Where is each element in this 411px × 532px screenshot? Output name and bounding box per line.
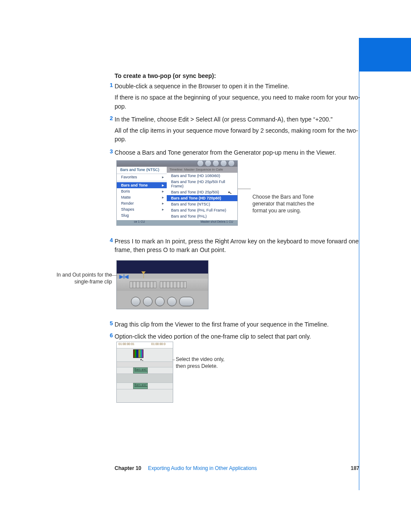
section-tab-label: I bbox=[353, 57, 356, 67]
prev-frame-button[interactable] bbox=[143, 297, 153, 306]
step-text: Drag this clip from the Viewer to the fi… bbox=[115, 320, 364, 329]
step-number: 6 bbox=[107, 332, 113, 339]
transport-button[interactable] bbox=[197, 160, 204, 167]
video-clip[interactable] bbox=[133, 349, 143, 358]
timeline-ruler: 01:00:00:01 01:00:00:0 bbox=[117, 342, 173, 348]
viewer-controls bbox=[117, 297, 208, 306]
callout-leader-line bbox=[111, 275, 117, 276]
mark-in-button[interactable] bbox=[131, 297, 140, 306]
step-6: 6 Option-click the video portion of the … bbox=[115, 332, 364, 341]
menu-item-render[interactable]: Render▸ bbox=[117, 200, 167, 206]
transport-button[interactable] bbox=[220, 160, 227, 167]
callout-select-video: Select the video only, then press Delete… bbox=[176, 356, 245, 370]
callout-line1: Select the video only, bbox=[176, 356, 224, 362]
callout-line2: then press Delete. bbox=[176, 363, 218, 369]
callout-in-out: In and Out points for the single-frame c… bbox=[54, 271, 112, 285]
viewer-canvas bbox=[117, 261, 208, 274]
chevron-right-icon: ▸ bbox=[162, 201, 164, 205]
submenu-item[interactable]: Bars and Tone (HD 25p/50i) bbox=[167, 189, 237, 195]
step-number: 5 bbox=[107, 320, 113, 327]
step-text: Choose a Bars and Tone generator from th… bbox=[115, 148, 364, 157]
spacer-track bbox=[117, 373, 173, 383]
menu-item-shapes[interactable]: Shapes▸ bbox=[117, 206, 167, 212]
transport-button[interactable] bbox=[205, 160, 212, 167]
page-footer: Chapter 10 Exporting Audio for Mixing in… bbox=[0, 465, 411, 471]
menu-item-matte[interactable]: Matte▸ bbox=[117, 194, 167, 200]
audio-track-1[interactable]: Bars and To bbox=[117, 367, 173, 373]
callout-generator: Choose the Bars and Tone generator that … bbox=[252, 193, 321, 215]
playhead-icon[interactable] bbox=[143, 274, 144, 278]
audio-track-2[interactable]: Bars and To bbox=[117, 383, 173, 389]
submenu-item[interactable]: Bars and Tone (HD 25p/50i Full Frame) bbox=[167, 179, 237, 189]
spacer-track bbox=[117, 361, 173, 367]
chevron-right-icon: ▸ bbox=[162, 175, 164, 179]
mark-clip-button[interactable] bbox=[179, 297, 194, 306]
chevron-right-icon: ▸ bbox=[162, 195, 164, 199]
ruler-segment bbox=[130, 281, 156, 288]
viewer-ruler bbox=[117, 279, 208, 291]
video-track[interactable] bbox=[117, 348, 173, 361]
screenshot-timeline-tracks: 01:00:00:01 01:00:00:0 ↖ Bars and To Bar… bbox=[116, 342, 173, 403]
step-3: 3 Choose a Bars and Tone generator from … bbox=[115, 148, 364, 157]
callout-leader-line bbox=[238, 189, 251, 189]
ruler-segment bbox=[160, 281, 187, 288]
audio-clip[interactable]: Bars and To bbox=[133, 383, 148, 389]
step-text: Option-click the video portion of the on… bbox=[115, 332, 364, 341]
chapter-label: Chapter 10 bbox=[115, 465, 141, 471]
play-button[interactable] bbox=[155, 297, 165, 306]
generator-submenu: Bars and Tone (HD 1080i60) Bars and Tone… bbox=[167, 173, 237, 220]
body-content-3: 5 Drag this clip from the Viewer to the … bbox=[115, 317, 364, 341]
next-frame-button[interactable] bbox=[167, 297, 177, 306]
step-text: Double-click a sequence in the Browser t… bbox=[115, 82, 364, 90]
body-content-2: 4 Press I to mark an In point, press the… bbox=[115, 234, 364, 255]
footer-clip-left: ce 1 CU bbox=[134, 220, 145, 223]
step-number: 1 bbox=[107, 82, 113, 88]
chevron-right-icon: ▸ bbox=[162, 189, 164, 193]
step-2: 2 In the Timeline, choose Edit > Select … bbox=[115, 115, 364, 124]
chapter-title: Exporting Audio for Mixing in Other Appl… bbox=[148, 465, 257, 471]
chevron-right-icon: ▸ bbox=[162, 207, 164, 212]
submenu-item[interactable]: Bars and Tone (NTSC) bbox=[167, 201, 237, 207]
generator-category-menu: Bars and Tone (NTSC) Favorites▸ Bars and… bbox=[117, 167, 167, 220]
audio-clip[interactable]: Bars and To bbox=[133, 367, 148, 373]
timeline-title: Timeline: Master Sequence in Cafe bbox=[167, 167, 237, 173]
menu-current: Bars and Tone (NTSC) bbox=[117, 167, 167, 174]
menu-item-bars-and-tone[interactable]: Bars and Tone▸ bbox=[117, 182, 167, 188]
menu-item-slug[interactable]: Slug bbox=[117, 212, 167, 218]
timeline-footer: ce 1 CU Master shot Debra 1 CU bbox=[117, 220, 237, 225]
callout-leader-line bbox=[172, 360, 175, 360]
step-number: 3 bbox=[107, 148, 113, 155]
submenu-item[interactable]: Bars and Tone (PAL Full Frame) bbox=[167, 207, 237, 213]
menu-item-favorites[interactable]: Favorites▸ bbox=[117, 174, 167, 180]
page-number: 187 bbox=[351, 465, 359, 471]
submenu-item-selected[interactable]: Bars and Tone (HD 720p60) bbox=[167, 195, 237, 201]
timecode: 01:00:00:01 bbox=[118, 342, 134, 345]
menu-item-boris[interactable]: Boris▸ bbox=[117, 188, 167, 194]
step-text: In the Timeline, choose Edit > Select Al… bbox=[115, 115, 364, 124]
step-4: 4 Press I to mark an In point, press the… bbox=[115, 237, 364, 255]
step-1: 1 Double-click a sequence in the Browser… bbox=[115, 82, 364, 90]
step-number: 2 bbox=[107, 115, 113, 121]
spacer-track bbox=[117, 389, 173, 402]
section-tab bbox=[359, 38, 411, 72]
step-1-para: If there is no space at the beginning of… bbox=[115, 93, 364, 111]
step-text: Press I to mark an In point, press the R… bbox=[115, 237, 364, 255]
screenshot-viewer-transport: ▶|◀ bbox=[116, 260, 209, 309]
footer-clip-right: Master shot Debra 1 CU bbox=[201, 220, 233, 223]
submenu-item[interactable]: Bars and Tone (PAL) bbox=[167, 213, 237, 219]
page: I To create a two-pop (or sync beep): 1 … bbox=[0, 0, 411, 532]
chevron-right-icon: ▸ bbox=[162, 183, 164, 187]
step-5: 5 Drag this clip from the Viewer to the … bbox=[115, 320, 364, 329]
transport-button[interactable] bbox=[212, 160, 219, 167]
transport-button[interactable] bbox=[228, 160, 235, 167]
step-number: 4 bbox=[107, 237, 113, 243]
body-content: To create a two-pop (or sync beep): 1 Do… bbox=[115, 72, 364, 157]
step-2-para: All of the clip items in your sequence m… bbox=[115, 126, 364, 144]
timecode: 01:00:00:0 bbox=[151, 342, 165, 345]
screenshot-generator-menu: Bars and Tone (NTSC) Favorites▸ Bars and… bbox=[116, 160, 238, 226]
submenu-item[interactable]: Bars and Tone (HD 1080i60) bbox=[167, 173, 237, 179]
transport-buttons bbox=[197, 160, 235, 167]
procedure-heading: To create a two-pop (or sync beep): bbox=[115, 72, 364, 79]
